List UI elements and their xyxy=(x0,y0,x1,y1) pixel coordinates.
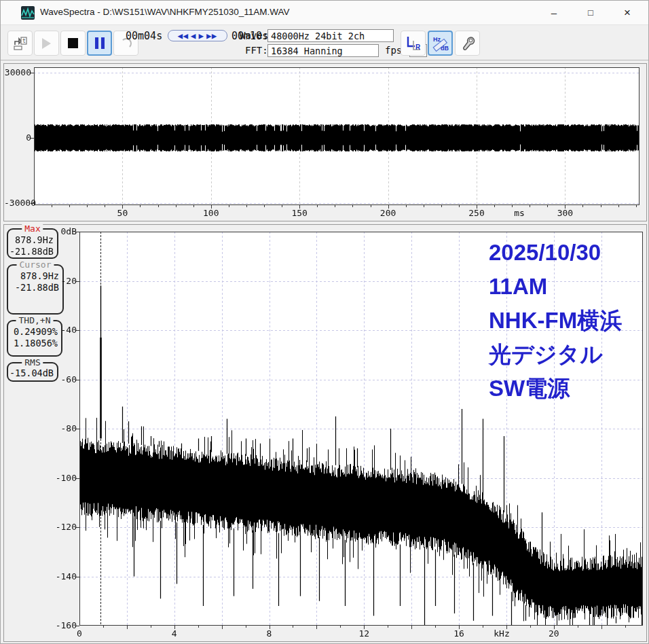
open-file-icon: t xyxy=(12,35,29,52)
fft-label: FFT: xyxy=(245,45,268,56)
time-elapsed: 00m04s xyxy=(126,30,162,42)
wave-format-field[interactable]: 48000Hz 24bit 2ch xyxy=(267,29,394,42)
tick-label: 0 xyxy=(4,132,31,143)
stop-icon xyxy=(68,38,78,48)
tick-label: -140 xyxy=(44,571,77,582)
annotation-line: 光デジタル xyxy=(489,338,622,372)
tick-label: 200 xyxy=(375,208,402,218)
tick-label: -80 xyxy=(44,423,77,433)
stop-button[interactable] xyxy=(60,31,86,56)
tick-label: 20 xyxy=(540,628,568,639)
title-bar: WaveSpectra - D:\WS151\WAV\NHKFMY251030_… xyxy=(1,1,648,25)
tick-label: 50 xyxy=(109,208,136,218)
cursor-readout-box: Cursor 878.9Hz -21.88dB xyxy=(7,264,64,315)
spectrum-panel: Max 878.9Hz -21.88dB Cursor 878.9Hz -21.… xyxy=(3,224,647,642)
channel-lr-icon: R xyxy=(405,35,422,52)
play-icon xyxy=(42,38,51,49)
tick-label: 150 xyxy=(286,208,313,218)
scale-hzdb-button[interactable]: Hz dB xyxy=(428,31,453,56)
open-output-button[interactable]: t xyxy=(7,31,33,56)
close-button[interactable]: × xyxy=(612,1,643,24)
channel-lr-button[interactable]: R xyxy=(401,31,426,56)
annotation-line: NHK-FM横浜 xyxy=(489,304,622,338)
tick-label: -120 xyxy=(44,522,77,532)
tick-label: 100 xyxy=(198,208,225,218)
tick-label: 30000 xyxy=(4,67,31,77)
waveform-panel: 300000-3000050100150200250300ms xyxy=(3,63,647,221)
tick-label: -20 xyxy=(44,276,77,286)
tick-label: 0 xyxy=(66,628,93,639)
tick-label: 12 xyxy=(350,628,377,639)
tick-label: -60 xyxy=(44,374,77,384)
tick-label: -100 xyxy=(44,473,77,483)
pause-button[interactable] xyxy=(87,31,112,56)
svg-text:t: t xyxy=(22,38,26,44)
tick-label: -40 xyxy=(44,325,77,335)
pause-icon xyxy=(95,37,105,49)
toolbar: t 00m04s ◀◀ ◀ ▶ ▶▶ 00m10s Wave: 48000Hz … xyxy=(1,26,648,60)
svg-text:R: R xyxy=(415,43,421,51)
tick-label: 0dB xyxy=(44,226,77,236)
play-button[interactable] xyxy=(34,31,59,56)
hz-db-ruler-icon: Hz dB xyxy=(432,35,449,52)
thd-value-2: 1.18056% xyxy=(8,338,61,349)
max-label: Max xyxy=(22,223,43,234)
tick-label: 250 xyxy=(463,208,490,218)
tick-label: ms xyxy=(509,208,530,218)
tick-label: 300 xyxy=(551,208,578,218)
max-level: -21.88dB xyxy=(8,246,57,257)
tick-label: 4 xyxy=(161,628,188,639)
settings-button[interactable] xyxy=(455,31,480,56)
annotation-line: 2025/10/30 xyxy=(489,236,622,270)
cursor-label: Cursor xyxy=(17,260,54,270)
tick-label: 16 xyxy=(445,628,472,639)
tick-label: -30000 xyxy=(4,198,31,208)
tick-label: 8 xyxy=(256,628,283,639)
rms-label: RMS xyxy=(22,357,43,368)
svg-text:dB: dB xyxy=(441,45,449,52)
svg-text:Hz: Hz xyxy=(433,36,441,43)
minimize-button[interactable]: – xyxy=(538,1,570,24)
wrench-icon xyxy=(459,35,477,52)
thd-label: THD,+N xyxy=(16,315,54,325)
annotation-line: 11AM xyxy=(489,270,622,304)
maximize-button[interactable]: □ xyxy=(575,1,606,24)
app-icon xyxy=(21,6,35,20)
wave-label: Wave: xyxy=(240,30,268,41)
waveform-plot xyxy=(29,67,642,211)
seek-buttons[interactable]: ◀◀ ◀ ▶ ▶▶ xyxy=(168,30,227,41)
tick-label: kHz xyxy=(489,628,514,639)
annotation-line: SW電源 xyxy=(489,372,622,406)
fft-setting-field[interactable]: 16384 Hanning xyxy=(267,44,379,57)
wavespectra-window: WaveSpectra - D:\WS151\WAV\NHKFMY251030_… xyxy=(0,0,649,644)
annotation-text: 2025/10/30 11AM NHK-FM横浜 光デジタル SW電源 xyxy=(489,236,622,406)
window-title: WaveSpectra - D:\WS151\WAV\NHKFMY251030_… xyxy=(40,7,290,17)
